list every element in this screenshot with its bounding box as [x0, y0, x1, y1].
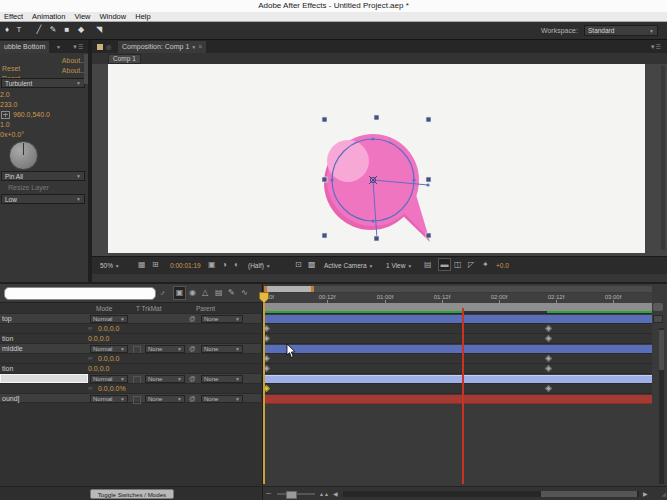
pickwhip-icon[interactable]: @	[189, 345, 196, 352]
alpha-channel-icon[interactable]: ◐	[234, 259, 239, 270]
tab-effect-controls[interactable]: ubble Bottom	[0, 41, 49, 53]
property-name[interactable]: tion	[2, 365, 13, 372]
property-value[interactable]: 0.0,0.0	[98, 325, 119, 332]
keyframe[interactable]	[545, 365, 552, 372]
time-navigator-track[interactable]	[264, 286, 652, 292]
chevron-down-icon[interactable]: ▼	[56, 44, 61, 50]
complexity-value[interactable]: 1.0	[0, 121, 10, 128]
pixel-aspect-icon[interactable]: ▤	[424, 259, 432, 270]
trkmat-select[interactable]: None▼	[145, 395, 185, 403]
expression-icon[interactable]: ∞	[88, 355, 92, 361]
offset-value[interactable]: 960.0,540.0	[13, 111, 50, 118]
current-time-display[interactable]: 0:00:01:19	[170, 262, 201, 269]
layer-row[interactable]: ound] Normal▼ None▼ @ None▼	[0, 393, 261, 403]
parent-select[interactable]: None▼	[201, 345, 243, 353]
clone-stamp-tool-icon[interactable]: ■	[61, 24, 73, 36]
column-mode[interactable]: Mode	[96, 305, 112, 312]
pinning-select[interactable]: Pin All▼	[1, 171, 85, 181]
parent-select[interactable]: None▼	[201, 375, 243, 383]
tab-composition[interactable]: Composition: Comp 1 ▼ ×	[118, 41, 206, 53]
blend-mode-select[interactable]: Normal▼	[90, 395, 128, 403]
expression-icon[interactable]: ∞	[88, 385, 92, 391]
zoom-in-mountain-icon[interactable]: ▲▲	[319, 489, 329, 500]
puppet-pin-tool-icon[interactable]: ◥	[93, 24, 105, 36]
comp-button[interactable]	[653, 315, 663, 323]
trkmat-select[interactable]: None▼	[145, 375, 185, 383]
keyframe[interactable]	[545, 385, 552, 392]
close-icon[interactable]: ×	[198, 43, 202, 50]
trkmat-select[interactable]: None▼	[145, 345, 185, 353]
show-channel-icon[interactable]: ◑	[222, 259, 227, 270]
amount-value[interactable]: 2.0	[0, 91, 10, 98]
column-parent[interactable]: Parent	[196, 305, 215, 312]
search-input[interactable]	[4, 287, 156, 300]
speech-bubble-shape[interactable]	[315, 112, 439, 246]
keyframe[interactable]	[545, 335, 552, 342]
chevron-down-icon[interactable]: ▼	[191, 44, 196, 50]
fast-preview-icon[interactable]: ▬	[438, 258, 451, 271]
time-navigator-handle[interactable]	[264, 286, 314, 292]
vertical-scrollbar[interactable]	[659, 328, 664, 484]
parent-select[interactable]: None▼	[201, 395, 243, 403]
menu-window[interactable]: Window	[100, 12, 127, 21]
zoom-slider-handle[interactable]	[286, 491, 297, 499]
track-row[interactable]	[263, 323, 652, 333]
track-row[interactable]	[263, 353, 652, 363]
layer-rename-field[interactable]: Bottom	[0, 374, 88, 383]
vertical-scrollbar-thumb[interactable]	[659, 330, 664, 370]
expression-icon[interactable]: ∞	[88, 325, 92, 331]
effect-about-link[interactable]: About...	[62, 67, 86, 74]
property-row[interactable]: ∞ 0.0,0.0	[0, 323, 261, 333]
layer-name[interactable]: top	[2, 315, 12, 322]
point-picker-icon[interactable]	[1, 111, 10, 119]
work-area-bar[interactable]	[264, 303, 652, 311]
property-row[interactable]: tion 0.0,0.0	[0, 363, 261, 373]
cti-line[interactable]	[263, 302, 265, 484]
brainstorm-icon[interactable]: ✎	[228, 287, 235, 298]
property-row[interactable]: tion 0.0,0.0	[0, 333, 261, 343]
scroll-right-icon[interactable]: ▶	[643, 489, 648, 500]
layer-duration-bar-background[interactable]	[264, 395, 652, 404]
brush-tool-icon[interactable]: ✎	[47, 24, 59, 36]
breadcrumb[interactable]: Comp 1	[108, 54, 141, 64]
effect-about-link[interactable]: About...	[62, 57, 86, 64]
horizontal-scrollbar[interactable]	[343, 491, 639, 497]
layer-name[interactable]: middle	[2, 345, 23, 352]
anchor-point[interactable]	[369, 176, 377, 184]
preview-frame-line[interactable]	[462, 308, 464, 484]
size-value[interactable]: 233.0	[0, 101, 18, 108]
draft-3d-icon[interactable]: ◉	[189, 287, 196, 298]
lock-icon[interactable]: ◎	[106, 43, 111, 50]
preserve-transparency-checkbox[interactable]	[133, 396, 141, 404]
shy-toggle-icon[interactable]: ⍻	[160, 287, 164, 298]
property-value[interactable]: 0.0,0.0	[88, 365, 109, 372]
reset-exposure-icon[interactable]: ✦	[482, 259, 489, 270]
scroll-left-icon[interactable]: ◀	[333, 489, 338, 500]
keyframe[interactable]	[545, 325, 552, 332]
viewer-scrollbar[interactable]	[661, 66, 665, 250]
track-row-selected[interactable]	[263, 373, 652, 383]
panel-menu-icon[interactable]: ▼☰	[72, 43, 83, 50]
effect-panel-scrollbar[interactable]	[84, 54, 88, 84]
track-row[interactable]	[263, 343, 652, 353]
layer-row[interactable]: top Normal▼ @ None▼	[0, 313, 261, 323]
region-of-interest-icon[interactable]: ⊡	[295, 259, 302, 270]
pickwhip-icon[interactable]: @	[189, 375, 196, 382]
resolution-select[interactable]: (Half) ▼	[248, 262, 271, 269]
blend-mode-select[interactable]: Normal▼	[90, 315, 128, 323]
blend-mode-select[interactable]: Normal▼	[90, 375, 128, 383]
track-row[interactable]	[263, 383, 652, 393]
horizontal-scrollbar-thumb[interactable]	[541, 491, 637, 497]
timeline-button-icon[interactable]: ◫	[454, 259, 462, 270]
magnification-select[interactable]: 50% ▼	[100, 262, 120, 269]
property-row[interactable]: ∞ 0.0,0.0%	[0, 383, 261, 393]
panel-menu-icon[interactable]: ▼☰	[650, 43, 661, 50]
comp-marker-button[interactable]	[653, 303, 663, 311]
menu-effect[interactable]: Effect	[4, 12, 23, 21]
graph-editor-icon[interactable]: ∿	[241, 287, 248, 298]
property-value[interactable]: 0.0,0.0	[88, 335, 109, 342]
safe-margins-icon[interactable]: ⊞	[152, 259, 159, 270]
view-layout-select[interactable]: 1 View ▼	[386, 262, 412, 269]
evolution-dial[interactable]	[9, 141, 38, 170]
menu-animation[interactable]: Animation	[32, 12, 65, 21]
